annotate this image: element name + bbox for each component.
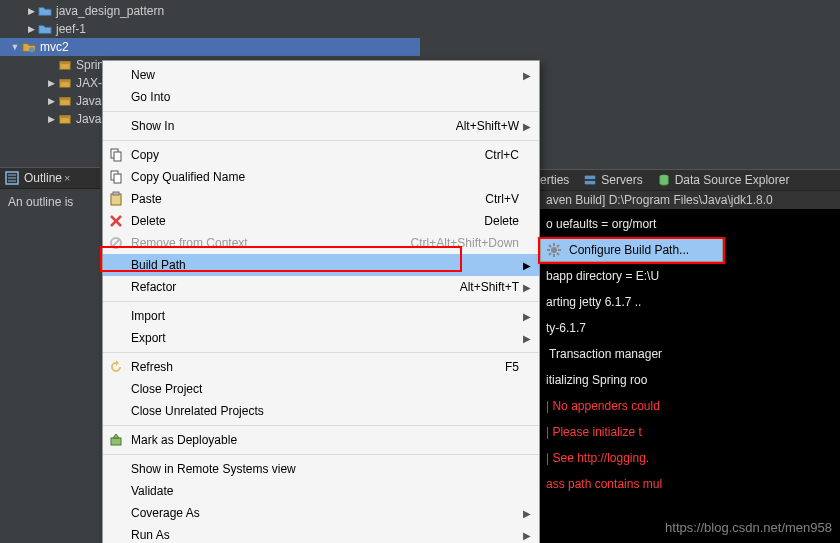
menu-item-label: Close Unrelated Projects xyxy=(131,404,523,418)
delete-icon xyxy=(107,213,125,229)
menu-item-export[interactable]: Export▶ xyxy=(103,327,539,349)
svg-rect-13 xyxy=(585,176,596,180)
blank-icon xyxy=(107,257,125,273)
menu-item-run-as[interactable]: Run As▶ xyxy=(103,524,539,543)
menu-item-close-project[interactable]: Close Project xyxy=(103,378,539,400)
refresh-icon xyxy=(107,359,125,375)
menu-item-close-unrelated-projects[interactable]: Close Unrelated Projects xyxy=(103,400,539,422)
outline-icon xyxy=(4,170,20,186)
menu-item-delete[interactable]: DeleteDelete xyxy=(103,210,539,232)
menu-item-accelerator: F5 xyxy=(505,360,519,374)
menu-item-label: New xyxy=(131,68,523,82)
console-status: aven Build] D:\Program Files\Java\jdk1.8… xyxy=(540,191,840,209)
gear-icon xyxy=(545,242,563,258)
menu-item-label: Refactor xyxy=(131,280,460,294)
console-line: itializing Spring roo xyxy=(546,367,834,393)
blank-icon xyxy=(107,118,125,134)
svg-rect-6 xyxy=(60,98,71,101)
pkg-icon xyxy=(58,76,72,90)
svg-line-36 xyxy=(549,253,551,255)
twisty-icon[interactable]: ▶ xyxy=(46,78,56,88)
tree-item[interactable]: ▶java_design_pattern xyxy=(0,2,420,20)
menu-item-copy-qualified-name[interactable]: Copy Qualified Name xyxy=(103,166,539,188)
menu-item-refresh[interactable]: RefreshF5 xyxy=(103,356,539,378)
svg-line-33 xyxy=(549,245,551,247)
menu-item-label: Copy xyxy=(131,148,485,162)
menu-item-remove-from-context: Remove from ContextCtrl+Alt+Shift+Down xyxy=(103,232,539,254)
svg-rect-14 xyxy=(585,181,596,185)
submenu-item-label: Configure Build Path... xyxy=(569,243,716,257)
svg-rect-20 xyxy=(111,194,121,205)
menu-item-accelerator: Ctrl+C xyxy=(485,148,519,162)
tree-item-label: mvc2 xyxy=(40,40,69,54)
svg-line-34 xyxy=(557,253,559,255)
outline-tab[interactable]: Outline × xyxy=(0,167,100,189)
tree-item[interactable]: ▼mvc2 xyxy=(0,38,420,56)
submenu-arrow-icon: ▶ xyxy=(523,508,533,519)
menu-item-label: Copy Qualified Name xyxy=(131,170,523,184)
menu-item-accelerator: Alt+Shift+W xyxy=(456,119,519,133)
svg-rect-4 xyxy=(60,80,71,83)
pkg-icon xyxy=(58,58,72,72)
menu-item-new[interactable]: New▶ xyxy=(103,64,539,86)
view-tab[interactable]: erties xyxy=(540,173,569,187)
menu-item-label: Paste xyxy=(131,192,485,206)
menu-item-coverage-as[interactable]: Coverage As▶ xyxy=(103,502,539,524)
context-menu: New▶Go IntoShow InAlt+Shift+W▶CopyCtrl+C… xyxy=(102,60,540,543)
svg-rect-17 xyxy=(114,152,121,161)
twisty-icon[interactable]: ▼ xyxy=(10,42,20,52)
menu-item-label: Close Project xyxy=(131,382,523,396)
submenu-arrow-icon: ▶ xyxy=(523,70,533,81)
submenu-arrow-icon: ▶ xyxy=(523,121,533,132)
close-icon[interactable]: × xyxy=(64,172,70,184)
submenu-item-configure-build-path[interactable]: Configure Build Path... xyxy=(541,238,722,261)
menu-item-show-in-remote-systems-view[interactable]: Show in Remote Systems view xyxy=(103,458,539,480)
menu-item-show-in[interactable]: Show InAlt+Shift+W▶ xyxy=(103,115,539,137)
view-tab-label: Data Source Explorer xyxy=(675,173,790,187)
view-tab-label: Servers xyxy=(601,173,642,187)
blank-icon xyxy=(107,67,125,83)
menu-item-go-into[interactable]: Go Into xyxy=(103,86,539,108)
svg-rect-19 xyxy=(114,174,121,183)
menu-item-validate[interactable]: Validate xyxy=(103,480,539,502)
submenu-arrow-icon: ▶ xyxy=(523,530,533,541)
menu-item-refactor[interactable]: RefactorAlt+Shift+T▶ xyxy=(103,276,539,298)
blank-icon xyxy=(107,483,125,499)
svg-rect-26 xyxy=(111,438,121,445)
view-tab[interactable]: Data Source Explorer xyxy=(657,173,790,187)
twisty-icon[interactable]: ▶ xyxy=(26,6,36,16)
menu-item-mark-as-deployable[interactable]: Mark as Deployable xyxy=(103,429,539,451)
paste-icon xyxy=(107,191,125,207)
tree-item-label: jeef-1 xyxy=(56,22,86,36)
svg-point-28 xyxy=(551,247,557,253)
view-tab-label: erties xyxy=(540,173,569,187)
twisty-icon[interactable]: ▶ xyxy=(26,24,36,34)
menu-item-build-path[interactable]: Build Path▶ xyxy=(103,254,539,276)
menu-item-accelerator: Ctrl+Alt+Shift+Down xyxy=(411,236,519,250)
view-tab[interactable]: Servers xyxy=(583,173,642,187)
blank-icon xyxy=(107,403,125,419)
pkg-icon xyxy=(58,112,72,126)
menu-item-paste[interactable]: PasteCtrl+V xyxy=(103,188,539,210)
outline-body-text: An outline is xyxy=(0,189,100,215)
tree-item-label: Java xyxy=(76,112,101,126)
deploy-icon xyxy=(107,432,125,448)
tree-item[interactable]: ▶jeef-1 xyxy=(0,20,420,38)
tree-item-label: JAX- xyxy=(76,76,102,90)
console-line: ty-6.1.7 xyxy=(546,315,834,341)
menu-item-copy[interactable]: CopyCtrl+C xyxy=(103,144,539,166)
menu-item-accelerator: Ctrl+V xyxy=(485,192,519,206)
twisty-icon[interactable]: ▶ xyxy=(46,96,56,106)
project-icon xyxy=(22,40,36,54)
twisty-icon[interactable]: ▶ xyxy=(46,114,56,124)
submenu-arrow-icon: ▶ xyxy=(523,311,533,322)
console-line: ass path contains mul xyxy=(546,471,834,497)
menu-item-import[interactable]: Import▶ xyxy=(103,305,539,327)
console-line: bapp directory = E:\U xyxy=(546,263,834,289)
datasource-icon xyxy=(657,173,671,187)
menu-item-label: Run As xyxy=(131,528,523,542)
pkg-icon xyxy=(58,94,72,108)
svg-rect-8 xyxy=(60,116,71,119)
tree-item-label: java_design_pattern xyxy=(56,4,164,18)
console-line: | No appenders could xyxy=(546,393,834,419)
